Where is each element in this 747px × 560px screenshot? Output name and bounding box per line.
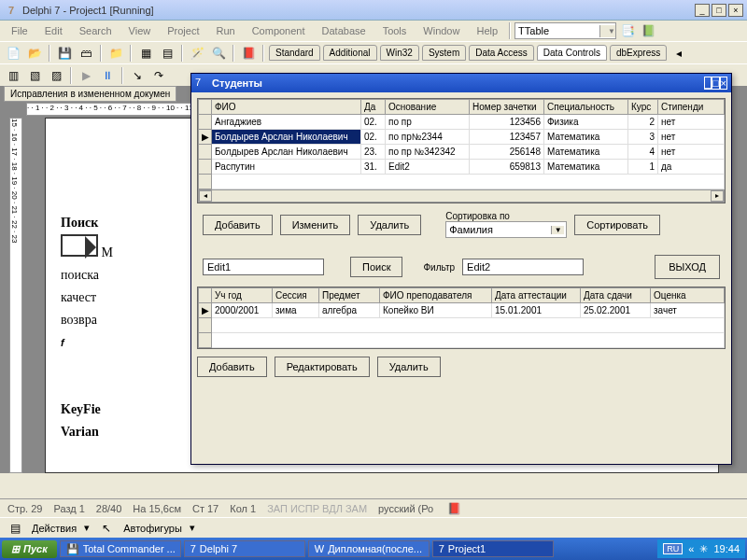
language-indicator[interactable]: RU <box>663 543 683 554</box>
palette-tab[interactable]: dbExpress <box>610 45 667 61</box>
start-button[interactable]: ⊞Пуск <box>2 540 57 558</box>
sort-combo[interactable]: ▼ <box>445 221 567 238</box>
table-row[interactable]: Болдырев Арслан Николаевич23.по пр №3423… <box>199 145 725 160</box>
unit3-icon[interactable]: ▨ <box>47 66 65 85</box>
tray-expand-icon[interactable]: « <box>688 543 694 554</box>
doc-tab[interactable]: Исправления в измененном докумен <box>4 86 176 102</box>
taskbar-item[interactable]: 💾Total Commander ... <box>60 540 181 557</box>
palette-tab[interactable]: System <box>422 45 466 61</box>
taskbar-item-active[interactable]: 7Project1 <box>432 540 554 557</box>
col-sd[interactable]: Дата сдачи <box>581 288 651 303</box>
menu-window[interactable]: Window <box>416 23 467 38</box>
class-combo-input[interactable] <box>515 25 599 36</box>
palette-tab[interactable]: Additional <box>323 45 377 61</box>
wand-icon[interactable]: 🪄 <box>188 44 206 63</box>
unit2-icon[interactable]: ▧ <box>25 66 44 85</box>
taskbar-item[interactable]: WДипломная(после... <box>308 540 430 557</box>
menu-help[interactable]: Help <box>469 23 505 38</box>
menu-tools[interactable]: Tools <box>375 23 415 38</box>
pointer-icon[interactable]: ↖ <box>97 519 116 538</box>
book-icon[interactable]: 📕 <box>444 499 463 518</box>
delete-button[interactable]: Удалить <box>358 215 421 235</box>
students-grid[interactable]: ФИО Да Основание Номер зачетки Специальн… <box>197 98 726 203</box>
edit-button[interactable]: Изменить <box>280 215 351 235</box>
menu-edit[interactable]: Edit <box>37 23 70 38</box>
stepover-icon[interactable]: ↷ <box>149 66 168 85</box>
palette-tab[interactable]: Win32 <box>380 45 419 61</box>
chevron-down-icon[interactable]: ▾ <box>84 522 90 534</box>
open-icon[interactable]: 📂 <box>25 44 44 63</box>
palette-tab[interactable]: Data Access <box>469 45 534 61</box>
col-kurs[interactable]: Курс <box>628 100 658 115</box>
helper-icon[interactable]: 📑 <box>618 21 637 40</box>
grid-scrollbar[interactable]: ◂▸ <box>198 189 725 203</box>
palette-tab[interactable]: Standard <box>269 45 320 61</box>
col-subj[interactable]: Предмет <box>319 288 380 303</box>
col-spec[interactable]: Специальность <box>544 100 628 115</box>
menu-search[interactable]: Search <box>72 23 120 38</box>
child-minimize[interactable]: _ <box>704 77 712 90</box>
folder-icon[interactable]: 📁 <box>106 44 125 63</box>
chevron-down-icon[interactable]: ▼ <box>599 25 615 37</box>
col-gr[interactable]: Оценка <box>651 288 725 303</box>
ruler-vertical[interactable]: 15 · 16 · 17 · 18 · 19 · 20 · 21 · 22 · … <box>9 118 22 473</box>
save-icon[interactable]: 💾 <box>55 44 74 63</box>
menu-file[interactable]: File <box>4 23 35 38</box>
scroll-left-icon[interactable]: ◂ <box>669 44 688 63</box>
menu-view[interactable]: View <box>121 23 159 38</box>
col-att[interactable]: Дата аттестации <box>492 288 581 303</box>
add-button[interactable]: Добавить <box>203 215 273 235</box>
actions-dropdown[interactable]: Действия <box>32 523 77 534</box>
col-stip[interactable]: Стипенди <box>658 100 725 115</box>
close-button[interactable]: × <box>728 4 743 17</box>
chevron-down-icon[interactable]: ▼ <box>551 226 564 234</box>
new-icon[interactable]: 📄 <box>4 44 22 63</box>
chevron-down-icon[interactable]: ▾ <box>190 522 195 534</box>
col-sess[interactable]: Сессия <box>273 288 319 303</box>
book-icon[interactable]: 📕 <box>239 44 258 63</box>
child-titlebar[interactable]: 7 Студенты _ □ × <box>191 74 731 92</box>
unit1-icon[interactable]: ▥ <box>4 66 22 85</box>
col-num[interactable]: Номер зачетки <box>470 100 544 115</box>
table-row[interactable]: ▶2000/2001зимаалгебраКопейко ВИ15.01.200… <box>199 303 725 318</box>
tray-icon[interactable]: ✳ <box>699 543 708 555</box>
view-icon[interactable]: ▤ <box>6 519 24 538</box>
sort-combo-input[interactable] <box>446 224 551 235</box>
table-row[interactable]: Ангаджиев02.по пр123456Физика2нет <box>199 115 725 130</box>
table-row-selected[interactable]: ▶Болдырев Арслан Николаевич02.по пр№2344… <box>199 130 725 145</box>
saveall-icon[interactable]: 🗃 <box>77 44 95 63</box>
taskbar-item[interactable]: 7Delphi 7 <box>184 540 305 557</box>
exit-button[interactable]: ВЫХОД <box>655 255 720 279</box>
find-icon[interactable]: 🔍 <box>209 44 228 63</box>
minimize-button[interactable]: _ <box>695 4 710 17</box>
menu-run[interactable]: Run <box>208 23 242 38</box>
child-close[interactable]: × <box>720 77 727 90</box>
autoshapes-dropdown[interactable]: Автофигуры <box>123 523 182 534</box>
filter-input[interactable] <box>462 259 584 275</box>
menu-project[interactable]: Project <box>160 23 206 38</box>
child-maximize[interactable]: □ <box>712 77 720 90</box>
search-button[interactable]: Поиск <box>350 257 402 277</box>
helper2-icon[interactable]: 📗 <box>639 21 657 40</box>
col-year[interactable]: Уч год <box>212 288 273 303</box>
form-icon[interactable]: ▦ <box>136 44 155 63</box>
col-date[interactable]: Да <box>361 100 386 115</box>
add2-button[interactable]: Добавить <box>197 357 267 377</box>
clock[interactable]: 19:44 <box>713 543 740 554</box>
col-fio[interactable]: ФИО <box>212 100 361 115</box>
delete2-button[interactable]: Удалить <box>377 357 441 377</box>
maximize-button[interactable]: □ <box>712 4 726 17</box>
menu-component[interactable]: Component <box>245 23 313 38</box>
class-combo[interactable]: ▼ <box>514 22 616 39</box>
edit2-button[interactable]: Редактировать <box>275 357 370 377</box>
run-icon[interactable]: ▶ <box>77 66 95 85</box>
pause-icon[interactable]: ⏸ <box>98 66 117 85</box>
col-teach[interactable]: ФИО преподавателя <box>380 288 492 303</box>
unit-icon[interactable]: ▤ <box>158 44 176 63</box>
menu-database[interactable]: Database <box>315 23 374 38</box>
col-osn[interactable]: Основание <box>386 100 470 115</box>
search-input[interactable] <box>203 259 324 275</box>
sort-button[interactable]: Сортировать <box>574 215 660 235</box>
sessions-grid[interactable]: Уч год Сессия Предмет ФИО преподавателя … <box>197 287 726 349</box>
step-icon[interactable]: ↘ <box>128 66 147 85</box>
